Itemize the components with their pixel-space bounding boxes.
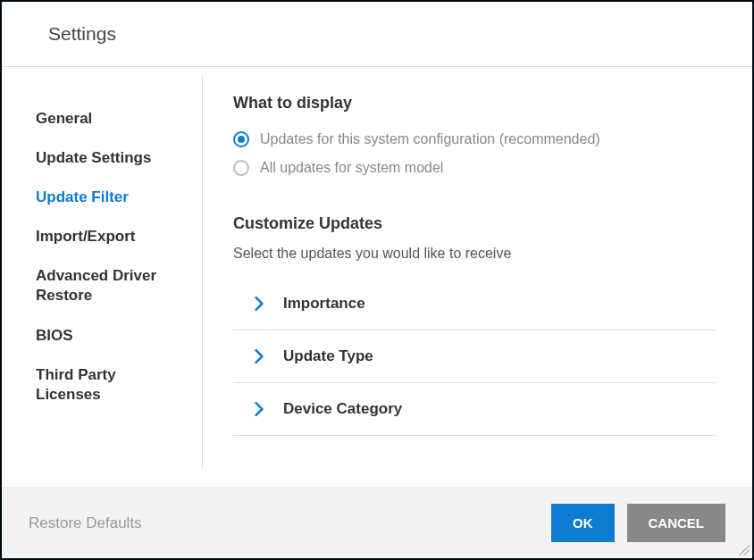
accordion-label: Importance [283, 295, 365, 313]
sidebar: General Update Settings Update Filter Im… [2, 74, 203, 469]
accordion-update-type[interactable]: Update Type [233, 330, 716, 383]
accordion-device-category[interactable]: Device Category [233, 383, 716, 436]
ok-button[interactable]: OK [551, 504, 615, 542]
sidebar-item-label: Update Filter [36, 188, 129, 205]
sidebar-item-label: General [36, 110, 92, 127]
accordion-label: Update Type [283, 347, 373, 365]
header: Settings [2, 2, 752, 67]
accordion-importance[interactable]: Importance [233, 278, 716, 330]
sidebar-item-bios[interactable]: BIOS [36, 316, 179, 355]
footer-wrap: Restore Defaults OK CANCEL [2, 487, 752, 558]
sidebar-item-update-filter[interactable]: Update Filter [36, 178, 179, 217]
footer-buttons: OK CANCEL [551, 504, 725, 542]
cancel-button[interactable]: CANCEL [627, 504, 726, 542]
radio-indicator-icon [233, 131, 249, 147]
what-to-display-title: What to display [233, 94, 716, 113]
radio-dot-icon [238, 136, 245, 143]
sidebar-item-label: Import/Export [36, 228, 135, 245]
sidebar-item-label: Advanced Driver Restore [36, 267, 156, 304]
radio-all-updates[interactable]: All updates for system model [233, 154, 716, 182]
radio-system-configuration[interactable]: Updates for this system configuration (r… [233, 125, 716, 154]
resize-grip-icon[interactable] [739, 545, 750, 556]
customize-updates-subtitle: Select the updates you would like to rec… [233, 246, 716, 262]
chevron-right-icon [251, 348, 267, 364]
sidebar-item-general[interactable]: General [36, 99, 179, 138]
footer: Restore Defaults OK CANCEL [2, 487, 752, 558]
radio-label: Updates for this system configuration (r… [260, 131, 600, 147]
sidebar-item-update-settings[interactable]: Update Settings [36, 138, 179, 178]
radio-indicator-icon [233, 160, 249, 176]
sidebar-item-third-party-licenses[interactable]: Third Party Licenses [36, 355, 179, 414]
content-area: General Update Settings Update Filter Im… [2, 67, 752, 487]
sidebar-item-advanced-driver-restore[interactable]: Advanced Driver Restore [36, 256, 179, 315]
chevron-right-icon [251, 296, 267, 312]
sidebar-item-label: BIOS [36, 327, 73, 344]
display-radio-group: Updates for this system configuration (r… [233, 125, 716, 182]
page-title: Settings [48, 23, 752, 45]
sidebar-item-label: Third Party Licenses [36, 366, 116, 403]
sidebar-item-label: Update Settings [36, 149, 151, 166]
customize-updates-title: Customize Updates [233, 214, 716, 233]
restore-defaults-link[interactable]: Restore Defaults [29, 514, 142, 532]
sidebar-item-import-export[interactable]: Import/Export [36, 217, 179, 256]
accordion-label: Device Category [283, 400, 402, 418]
accordion-list: Importance Update Type Device Category [233, 278, 716, 436]
chevron-right-icon [251, 401, 267, 417]
main-panel: What to display Updates for this system … [203, 67, 752, 487]
radio-label: All updates for system model [260, 160, 443, 176]
